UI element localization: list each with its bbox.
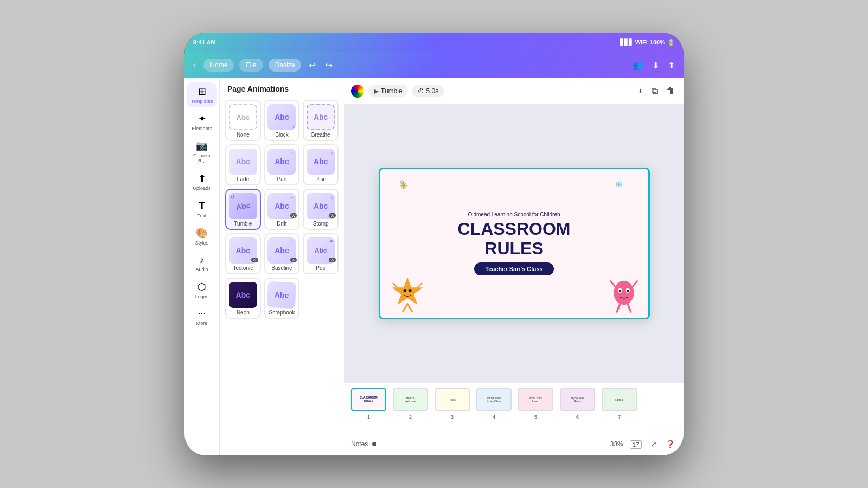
- drift-pro-badge: W: [290, 213, 297, 218]
- anim-block[interactable]: Abc ↓ Block: [264, 100, 300, 141]
- slide-num-5: 5: [534, 414, 537, 420]
- color-picker[interactable]: [351, 85, 364, 98]
- animation-selector[interactable]: ▶ Tumble: [368, 85, 408, 97]
- svg-line-14: [617, 304, 620, 312]
- anim-fade[interactable]: Abc Fade: [225, 144, 261, 185]
- tumble-preview: Abc ↺: [229, 193, 257, 219]
- anim-none[interactable]: Abc None: [225, 100, 261, 141]
- slide-strip: CLASSROOMRULES 1 Hello &Welcome 2 Rules: [344, 383, 684, 432]
- canvas-toolbar: ▶ Tumble ⏱ 5.0s + ⧉ 🗑: [344, 78, 684, 104]
- sidebar-item-audio[interactable]: ♪ Audio: [187, 251, 217, 275]
- templates-icon: ⊞: [198, 86, 206, 98]
- home-button[interactable]: Home: [203, 59, 234, 72]
- anim-stomp[interactable]: Abc ↓ W Stomp: [303, 189, 339, 230]
- slide-thumb-1[interactable]: CLASSROOMRULES: [351, 388, 386, 411]
- battery-icon: 🔋: [667, 39, 675, 46]
- anim-neon[interactable]: Abc Neon: [225, 278, 261, 319]
- svg-line-3: [393, 284, 398, 288]
- slide-thumb-2[interactable]: Hello &Welcome: [393, 388, 428, 411]
- breathe-preview: Abc: [307, 104, 335, 130]
- resize-button[interactable]: Resize: [269, 59, 302, 72]
- duration-selector[interactable]: ⏱ 5.0s: [412, 85, 444, 97]
- redo-button[interactable]: ↪: [323, 58, 335, 73]
- fit-screen-button[interactable]: ⤢: [648, 438, 659, 451]
- anim-baseline[interactable]: Abc ↑ W Baseline: [264, 233, 300, 274]
- uploads-icon: ⬆: [198, 172, 206, 184]
- nav-right-actions: 👥 ⬇ ⬆: [630, 58, 677, 73]
- sidebar-item-text[interactable]: T Text: [187, 196, 217, 222]
- anim-breathe[interactable]: Abc Breathe: [303, 100, 339, 141]
- svg-line-13: [633, 281, 637, 287]
- sidebar-item-styles[interactable]: 🎨 Styles: [187, 224, 217, 249]
- sidebar-elements-label: Elements: [192, 126, 212, 131]
- sidebar-item-camera[interactable]: 📷 Camera R...: [187, 137, 217, 167]
- pop-pro-badge: W: [329, 258, 336, 262]
- download-button[interactable]: ⬇: [650, 58, 661, 73]
- sidebar-item-more[interactable]: ··· More: [187, 305, 217, 329]
- sidebar-logos-label: Logos: [195, 294, 209, 299]
- anim-pop[interactable]: Abc ≋ W Pop: [303, 233, 339, 274]
- svg-line-12: [610, 281, 615, 287]
- slide-num-4: 4: [493, 414, 495, 420]
- anim-tectonic[interactable]: Abc W Tectonic: [225, 233, 261, 274]
- school-name: Oldmead Learning School for Children: [468, 211, 560, 217]
- star-character: [388, 275, 426, 313]
- title-line2: RULES: [484, 239, 543, 258]
- slide-thumb-6[interactable]: My 5 ClassRules: [560, 388, 595, 411]
- thumb-3-wrapper: Rules 3: [435, 388, 470, 420]
- slide-num-1: 1: [367, 414, 370, 420]
- anim-tumble[interactable]: Abc ↺ Tumble: [225, 189, 261, 230]
- add-slide-button[interactable]: +: [636, 84, 645, 98]
- back-button[interactable]: ‹: [191, 58, 198, 72]
- styles-icon: 🎨: [196, 227, 208, 239]
- battery-label: 100%: [650, 39, 665, 46]
- svg-point-10: [618, 290, 621, 292]
- sidebar: ⊞ Templates ✦ Elements 📷 Camera R... ⬆ U…: [184, 78, 220, 455]
- slide-thumb-5[interactable]: What You'llLearn: [518, 388, 553, 411]
- tectonic-label: Tectonic: [233, 265, 253, 271]
- thumb-6-wrapper: My 5 ClassRules 6: [560, 388, 595, 420]
- svg-point-2: [408, 289, 411, 292]
- tectonic-pro-badge: W: [251, 258, 258, 262]
- sidebar-item-uploads[interactable]: ⬆ Uploads: [187, 169, 217, 194]
- canvas-viewport[interactable]: ✳ ✳ ⊕ ⊛ ✳ Oldmead Learning School for Ch…: [344, 104, 684, 383]
- thumb-5-wrapper: What You'llLearn 5: [518, 388, 553, 420]
- share-button[interactable]: ⬆: [666, 58, 677, 73]
- pan-preview: Abc →: [267, 149, 296, 175]
- scrapbook-preview: Abc: [267, 281, 296, 309]
- slide-thumb-3[interactable]: Rules: [435, 388, 470, 411]
- anim-rise[interactable]: Abc ↑ Rise: [303, 144, 339, 185]
- file-button[interactable]: File: [239, 59, 263, 72]
- copy-slide-button[interactable]: ⧉: [649, 84, 660, 98]
- wifi-icon: WiFi: [635, 39, 648, 46]
- undo-button[interactable]: ↩: [307, 58, 318, 73]
- anim-scrapbook[interactable]: Abc Scrapbook: [264, 278, 300, 319]
- svg-point-11: [626, 290, 629, 292]
- delete-slide-button[interactable]: 🗑: [664, 84, 677, 98]
- status-time: 9:41 AM: [193, 39, 216, 46]
- sidebar-item-logos[interactable]: ⬡ Logos: [187, 278, 217, 303]
- none-preview: Abc: [229, 104, 257, 130]
- help-button[interactable]: ❓: [663, 438, 677, 451]
- breathe-label: Breathe: [311, 132, 330, 138]
- slide-thumb-7[interactable]: Rule 1: [602, 388, 637, 411]
- pop-label: Pop: [316, 265, 326, 271]
- collaborate-button[interactable]: 👥: [630, 58, 646, 73]
- pink-character: [605, 275, 643, 313]
- sidebar-item-templates[interactable]: ⊞ Templates: [187, 82, 217, 107]
- panel-title: Page Animations: [225, 85, 339, 93]
- thumb-4-wrapper: Introductionto My Class 4: [476, 388, 512, 420]
- sidebar-more-label: More: [196, 320, 208, 326]
- rise-label: Rise: [315, 176, 326, 182]
- baseline-pro-badge: W: [290, 258, 297, 262]
- sidebar-styles-label: Styles: [195, 240, 209, 246]
- audio-icon: ♪: [200, 254, 205, 266]
- status-bar: 9:41 AM ▋▋▋ WiFi 100% 🔋: [184, 33, 684, 52]
- slide-thumb-4[interactable]: Introductionto My Class: [476, 388, 512, 411]
- sidebar-item-elements[interactable]: ✦ Elements: [187, 110, 217, 134]
- block-label: Block: [275, 132, 288, 138]
- page-count-button[interactable]: 17: [628, 438, 644, 451]
- anim-drift[interactable]: Abc → W Drift: [264, 189, 300, 230]
- anim-pan[interactable]: Abc → Pan: [264, 144, 300, 185]
- timer-icon: ⏱: [418, 87, 424, 95]
